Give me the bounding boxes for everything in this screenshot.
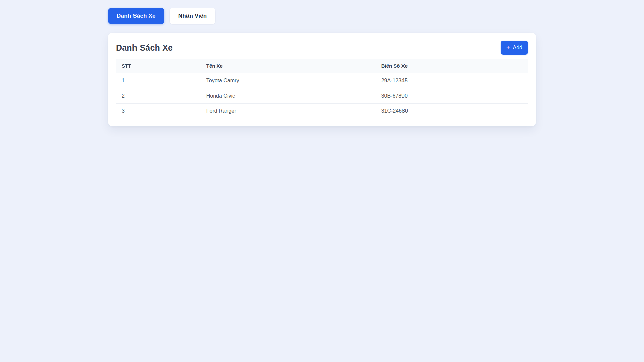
column-header-stt: STT	[116, 59, 201, 73]
cell-ten-xe: Honda Civic	[201, 88, 376, 104]
plus-icon: +	[506, 44, 511, 51]
column-header-bien-so-xe: Biển Số Xe	[376, 59, 528, 73]
table-row: 3 Ford Ranger 31C-24680	[116, 104, 528, 119]
add-button-label: Add	[513, 45, 522, 51]
cell-stt: 3	[116, 104, 201, 119]
column-header-ten-xe: Tên Xe	[201, 59, 376, 73]
table-header-row: STT Tên Xe Biển Số Xe	[116, 59, 528, 73]
tab-danh-sach-xe[interactable]: Danh Sách Xe	[108, 8, 164, 24]
cell-stt: 2	[116, 88, 201, 104]
cell-bien-so-xe: 30B-67890	[376, 88, 528, 104]
tab-bar: Danh Sách Xe Nhân Viên	[108, 8, 536, 24]
page-title: Danh Sách Xe	[116, 43, 173, 53]
vehicle-list-card: Danh Sách Xe + Add STT Tên Xe Biển Số Xe…	[108, 33, 536, 126]
table-row: 1 Toyota Camry 29A-12345	[116, 73, 528, 88]
cell-stt: 1	[116, 73, 201, 88]
add-button[interactable]: + Add	[501, 41, 528, 55]
cell-ten-xe: Ford Ranger	[201, 104, 376, 119]
cell-bien-so-xe: 29A-12345	[376, 73, 528, 88]
cell-ten-xe: Toyota Camry	[201, 73, 376, 88]
main-container: Danh Sách Xe Nhân Viên Danh Sách Xe + Ad…	[108, 0, 536, 126]
tab-nhan-vien[interactable]: Nhân Viên	[170, 8, 216, 24]
cell-bien-so-xe: 31C-24680	[376, 104, 528, 119]
vehicle-table: STT Tên Xe Biển Số Xe 1 Toyota Camry 29A…	[116, 59, 528, 118]
card-header: Danh Sách Xe + Add	[116, 41, 528, 55]
table-row: 2 Honda Civic 30B-67890	[116, 88, 528, 104]
